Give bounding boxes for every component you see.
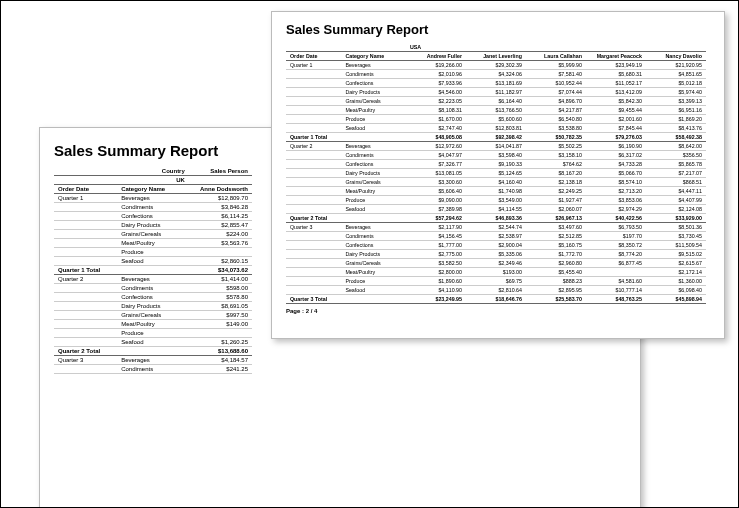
table-row: Confections$7,933.96$13,181.69$10,952.44…: [286, 79, 706, 88]
table-row: Quarter 1Beverages$19,266.00$29,302.39$5…: [286, 61, 706, 70]
table-row: Condiments$598.00: [54, 284, 252, 293]
table-row: Produce$9,090.00$3,549.00$1,927.47$3,853…: [286, 196, 706, 205]
table-row: Dairy Products$2,855.47: [54, 221, 252, 230]
sales-table-uk: CountrySales Person UK Order Date Catego…: [54, 167, 252, 374]
quarter-total-row: Quarter 2 Total$57,294.62$46,893.36$26,9…: [286, 214, 706, 223]
table-row: Dairy Products$8,691.05: [54, 302, 252, 311]
table-row: Meat/Poultry$3,563.76: [54, 239, 252, 248]
country-row: UK: [54, 176, 252, 185]
table-row: Produce$1,670.00$5,600.60$6,540.80$2,001…: [286, 115, 706, 124]
quarter-total-row: Quarter 1 Total$34,073.62: [54, 266, 252, 275]
table-row: Dairy Products$13,081.05$5,124.65$8,167.…: [286, 169, 706, 178]
page-footer: Page : 2 / 4: [286, 308, 724, 314]
table-row: Grains/Cereals$3,582.50$2,349.46$2,960.8…: [286, 259, 706, 268]
table-row: Dairy Products$2,775.00$5,335.06$1,772.7…: [286, 250, 706, 259]
table-row: Meat/Poultry$149.00: [54, 320, 252, 329]
country-row: USA: [286, 43, 706, 52]
report-page-2: Sales Summary Report USA Order Date Cate…: [271, 11, 725, 339]
table-row: Produce$1,890.60$69.75$888.23$4,581.60$1…: [286, 277, 706, 286]
table-row: Grains/Cereals$3,300.60$4,160.40$2,138.1…: [286, 178, 706, 187]
table-row: Condiments$3,846.28: [54, 203, 252, 212]
table-row: Condiments$4,156.45$2,538.97$2,512.85$19…: [286, 232, 706, 241]
table-row: Grains/Cereals$224.00: [54, 230, 252, 239]
table-row: Seafood$2,860.15: [54, 257, 252, 266]
table-row: Dairy Products$4,546.00$11,182.97$7,074.…: [286, 88, 706, 97]
column-header-row: Order Date Category Name Anne Dodsworth: [54, 185, 252, 194]
stage: Sales Summary Report CountrySales Person…: [0, 0, 739, 508]
table-row: Condiments$4,047.97$3,598.40$3,158.10$6,…: [286, 151, 706, 160]
table-row: Grains/Cereals$997.50: [54, 311, 252, 320]
quarter-total-row: Quarter 1 Total$48,905.08$92,398.42$50,7…: [286, 133, 706, 142]
table-row: Grains/Cereals$2,223.05$6,164.40$4,896.7…: [286, 97, 706, 106]
table-row: Confections$578.80: [54, 293, 252, 302]
table-row: Meat/Poultry$8,108.31$13,766.50$4,217.87…: [286, 106, 706, 115]
table-row: Quarter 2Beverages$12,972.60$14,041.87$5…: [286, 142, 706, 151]
report-title: Sales Summary Report: [286, 22, 724, 37]
quarter-total-row: Quarter 2 Total$13,688.60: [54, 347, 252, 356]
sales-table-usa: USA Order Date Category Name Andrew Full…: [286, 43, 706, 304]
table-row: Seafood$1,260.25: [54, 338, 252, 347]
table-row: Produce: [54, 329, 252, 338]
table-row: Confections$6,114.25: [54, 212, 252, 221]
table-row: Meat/Poultry$2,800.00$193.00$5,455.40$2,…: [286, 268, 706, 277]
table-row: Quarter 3Beverages$4,184.57: [54, 356, 252, 365]
table-row: Quarter 3Beverages$2,117.90$2,544.74$3,4…: [286, 223, 706, 232]
country-header-row: CountrySales Person: [54, 167, 252, 176]
column-header-row: Order Date Category Name Andrew Fuller J…: [286, 52, 706, 61]
quarter-total-row: Quarter 3 Total$23,249.95$18,646.76$25,5…: [286, 295, 706, 304]
table-row: Seafood$4,110.90$2,810.64$2,895.95$10,77…: [286, 286, 706, 295]
table-row: Meat/Poultry$5,606.40$1,740.98$2,249.25$…: [286, 187, 706, 196]
table-row: Condiments$2,010.96$4,324.06$7,581.40$5,…: [286, 70, 706, 79]
table-row: Confections$1,777.00$2,900.04$5,160.75$8…: [286, 241, 706, 250]
table-row: Quarter 1Beverages$12,809.70: [54, 194, 252, 203]
table-row: Produce: [54, 248, 252, 257]
table-row: Quarter 2Beverages$1,414.00: [54, 275, 252, 284]
table-row: Seafood$2,747.40$12,803.81$3,538.80$7,84…: [286, 124, 706, 133]
table-row: Confections$7,326.77$9,190.33$764.62$4,7…: [286, 160, 706, 169]
table-row: Condiments$241.25: [54, 365, 252, 374]
table-row: Seafood$7,389.98$4,114.55$2,060.07$2,974…: [286, 205, 706, 214]
